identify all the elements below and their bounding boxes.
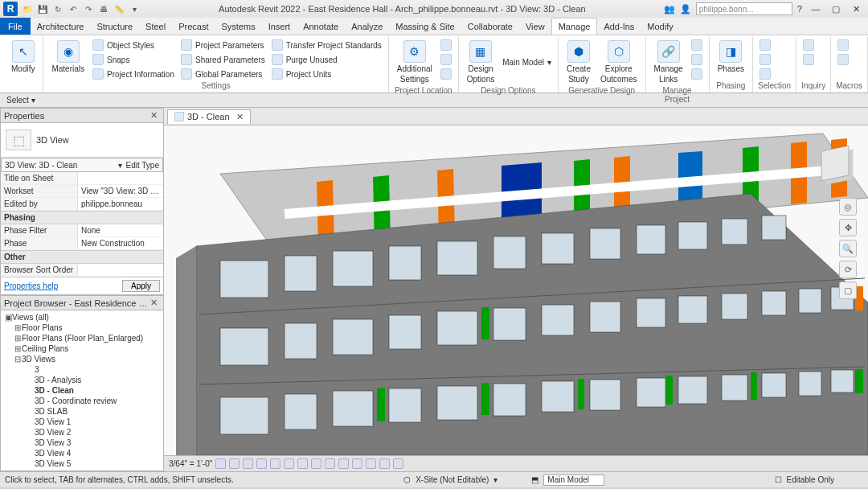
tab-steel[interactable]: Steel [139,18,172,35]
ids-button[interactable] [801,39,816,51]
maximize-button[interactable]: ▢ [827,2,845,15]
modify-button[interactable]: ↖Modify [8,39,38,89]
tab-structure[interactable]: Structure [90,18,139,35]
qat-undo-icon[interactable]: ↶ [67,2,80,15]
user-avatar-icon[interactable]: 👤 [680,4,691,14]
properties-close-button[interactable]: ✕ [148,110,160,121]
project-params-button[interactable]: Project Parameters [179,39,267,51]
qat-sync-icon[interactable]: ↻ [51,2,64,15]
qat-redo-icon[interactable]: ↷ [82,2,95,15]
minimize-button[interactable]: — [807,2,825,15]
tree-3d-view2[interactable]: 3D View 2 [2,427,162,438]
project-tree[interactable]: ▣Views (all) ⊞Floor Plans ⊞Floor Plans (… [1,310,163,471]
nav-pan-icon[interactable]: ✥ [839,219,857,236]
tab-addins[interactable]: Add-Ins [597,18,641,35]
tree-3d-view5[interactable]: 3D View 5 [2,458,162,469]
viewcube-face[interactable] [821,146,850,181]
create-study-button[interactable]: ⬢CreateStudy [563,39,594,85]
help-icon[interactable]: ? [797,4,802,14]
manage-images-button[interactable] [690,39,704,51]
nav-orbit-icon[interactable]: ⟳ [839,261,857,278]
tree-3d-view3[interactable]: 3D View 3 [2,438,162,448]
main-model-icon[interactable]: ⬒ [531,475,538,484]
properties-help-link[interactable]: Properties help [4,281,58,290]
reveal-constraints-icon[interactable] [393,458,403,469]
tab-architecture[interactable]: Architecture [31,18,91,35]
edit-type-button[interactable]: Edit Type [125,161,159,170]
main-model-dropdown[interactable]: Main Model ▾ [501,57,553,68]
qat-dropdown-icon[interactable]: ▾ [128,2,141,15]
visual-style-icon[interactable] [229,458,240,469]
snaps-button[interactable]: Snaps [91,53,176,66]
design-options-button[interactable]: ▦DesignOptions [464,39,497,85]
location-button[interactable] [439,39,453,51]
phases-button[interactable]: ◨Phases [714,39,747,80]
tab-analyze[interactable]: Analyze [345,18,389,35]
shadows-icon[interactable] [256,458,267,469]
workset-indicator-icon[interactable]: ⬡ [403,475,411,484]
load-selection-button[interactable] [758,53,772,66]
sun-path-icon[interactable] [243,458,253,469]
coordinates-button[interactable] [439,53,453,66]
group-other[interactable]: Other [1,250,163,264]
tree-3d-view4[interactable]: 3D View 4 [2,448,162,458]
apply-button[interactable]: Apply [122,280,160,292]
shared-params-button[interactable]: Shared Parameters [179,53,267,66]
tab-insert[interactable]: Insert [262,18,297,35]
reveal-hidden-icon[interactable] [338,458,349,469]
explore-outcomes-button[interactable]: ⬡ExploreOutcomes [597,39,641,85]
tree-3d-analysis[interactable]: 3D - Analysis [2,375,162,385]
transfer-standards-button[interactable]: Transfer Project Standards [270,39,383,51]
editable-only-checkbox[interactable]: ☐ [775,475,782,484]
qat-measure-icon[interactable]: 📏 [113,2,125,15]
decal-types-button[interactable] [690,53,704,66]
detail-level-icon[interactable] [215,458,226,469]
qat-save-icon[interactable]: 💾 [36,2,49,15]
additional-settings-button[interactable]: ⚙AdditionalSettings [394,39,436,85]
file-tab[interactable]: File [0,18,31,35]
lock-view-icon[interactable] [311,458,321,469]
collab-icon[interactable]: 👥 [664,4,675,14]
object-styles-button[interactable]: Object Styles [91,39,176,51]
qat-open-icon[interactable]: 📁 [21,2,34,15]
tab-annotate[interactable]: Annotate [297,18,345,35]
starting-view-button[interactable] [690,68,704,80]
crop-region-icon[interactable] [297,458,308,469]
group-phasing[interactable]: Phasing [1,211,163,224]
macro-manager-button[interactable] [836,39,850,51]
materials-button[interactable]: ◉Materials [48,39,88,80]
manage-links-button[interactable]: 🔗ManageLinks [651,39,686,85]
view-tab-3d-clean[interactable]: 3D - Clean ✕ [167,109,251,124]
view-tab-close-button[interactable]: ✕ [236,112,244,122]
main-model-dropdown[interactable]: Main Model [543,475,604,486]
qat-print-icon[interactable]: 🖶 [97,2,110,15]
nav-zoom-icon[interactable]: 🔍 [839,240,857,257]
browser-close-button[interactable]: ✕ [148,298,160,308]
rendering-icon[interactable] [270,458,280,469]
position-button[interactable] [439,68,453,80]
temp-hide-icon[interactable] [325,458,335,469]
global-params-button[interactable]: Global Parameters [179,68,267,80]
tab-systems[interactable]: Systems [215,18,261,35]
nav-box-icon[interactable]: ▢ [839,281,857,299]
save-selection-button[interactable] [758,39,772,51]
tree-3d-clean[interactable]: 3D - Clean [2,385,162,396]
workset-label[interactable]: X-Site (Not Editable) [416,475,489,484]
project-units-button[interactable]: Project Units [270,68,383,80]
project-info-button[interactable]: Project Information [91,68,176,80]
purge-unused-button[interactable]: Purge Unused [270,53,383,66]
tree-3d-coord[interactable]: 3D - Coordinate review [2,396,162,406]
crop-view-icon[interactable] [284,458,294,469]
analyt-model-icon[interactable] [379,458,390,469]
nav-wheel-icon[interactable]: ◎ [839,198,857,216]
tree-3d-view6[interactable]: 3D View 6 [2,469,162,471]
3d-canvas[interactable]: ◎ ✥ 🔍 ⟳ ▢ [164,125,868,455]
tab-massing-site[interactable]: Massing & Site [389,18,461,35]
macro-security-button[interactable] [836,53,850,66]
tab-view[interactable]: View [519,18,551,35]
tab-manage[interactable]: Manage [551,18,598,35]
tab-collaborate[interactable]: Collaborate [461,18,519,35]
tree-3d-slab[interactable]: 3D SLAB [2,406,162,417]
view-scale[interactable]: 3/64" = 1'-0" [169,459,212,468]
worksharing-icon[interactable] [352,458,362,469]
